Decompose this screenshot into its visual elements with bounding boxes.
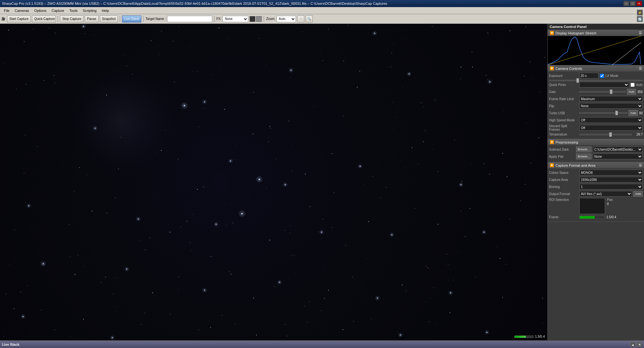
high-speed-select[interactable]: Off [579, 117, 643, 123]
frame-label: Frame: [549, 215, 578, 219]
color-swatch-black[interactable] [250, 16, 255, 22]
menu-tools[interactable]: Tools [67, 8, 80, 13]
target-name-input[interactable] [167, 16, 212, 22]
bottom-panel-close-icon[interactable]: ✕ [637, 342, 642, 347]
start-capture-button[interactable]: Start Capture [7, 15, 31, 23]
frame-progress-bar [514, 335, 534, 338]
fx-select[interactable]: None [223, 16, 248, 22]
image-view[interactable]: 1.5/0.4 [0, 24, 547, 340]
maximize-button[interactable]: □ [630, 1, 636, 6]
pause-button[interactable]: Pause [85, 15, 98, 23]
histogram-section: 🔽 Display Histogram Stretch ☰ ⚡ 🔄 [548, 30, 644, 65]
lx-mode-label: LX Mode [605, 74, 618, 78]
stop-capture-button[interactable]: Stop Capture [60, 15, 83, 23]
frame-rate-label: Frame Rate Limit [549, 97, 578, 101]
color-swatch-gray[interactable] [256, 16, 262, 22]
target-name-label: Target Name : [146, 17, 166, 21]
camera-controls-content: Exposure LX Mode Quick Picks Auto Gain [548, 71, 644, 139]
snapshot-button[interactable]: Snapshot [100, 15, 118, 23]
pan-label: Pan. [607, 198, 614, 202]
camera-panel: Camera Control Panel 🔽 Display Histogram… [547, 24, 644, 340]
exposure-slider[interactable] [549, 80, 643, 81]
toolbar-separator-3 [143, 16, 144, 22]
frame-progress-fill [515, 336, 526, 338]
output-format-select[interactable]: AVI files (*.avi) [579, 191, 632, 197]
live-stack-button[interactable]: Live Stack [122, 15, 141, 23]
gain-slider[interactable] [579, 91, 626, 92]
frame-bar [579, 216, 605, 219]
camera-panel-title: Camera Control Panel [550, 25, 587, 29]
main-area: 1.5/0.4 Camera Control Panel 🔽 Display H… [0, 24, 644, 340]
turbo-usb-slider[interactable] [579, 112, 627, 114]
cap-menu-icon[interactable]: ☰ [639, 163, 642, 167]
flip-select[interactable]: None [579, 103, 643, 109]
menu-options[interactable]: Options [32, 8, 49, 13]
cam-ctrl-menu-icon[interactable]: ☰ [639, 66, 642, 71]
close-button[interactable]: ✕ [636, 1, 642, 6]
subtract-dark-browse-button[interactable]: Browse... [576, 146, 592, 152]
lx-mode-checkbox[interactable] [600, 74, 604, 78]
subtract-dark-label: Subtract Dark [549, 148, 575, 151]
menu-file[interactable]: File [1, 8, 12, 13]
exposure-input[interactable] [579, 73, 599, 79]
histogram-content: ⚡ 🔄 [548, 36, 644, 65]
camera-controls-section: 🔽 Camera Controls ☰ Exposure LX Mode Qui… [548, 65, 644, 139]
pan-value: 0 [607, 202, 614, 206]
colour-space-select[interactable]: MONO8 [579, 170, 643, 175]
quick-capture-button[interactable]: Quick Capture [32, 15, 56, 23]
camera-controls-header[interactable]: 🔽 Camera Controls ☰ [548, 65, 644, 71]
preprocessing-title: Preprocessing [555, 140, 642, 144]
temperature-slider[interactable] [579, 134, 632, 135]
frame-counter-text: 1.5/0.4 [535, 335, 545, 338]
bottom-panel-collapse-icon[interactable]: ▲ [630, 342, 636, 347]
binning-select[interactable]: 1 [579, 184, 643, 190]
histogram-menu-icon[interactable]: ☰ [639, 31, 642, 35]
zoom-fit-icon[interactable]: ⊞ [297, 15, 304, 23]
frame-rate-select[interactable]: Maximum [579, 96, 643, 102]
zoom-search-icon[interactable]: 🔍 [306, 15, 313, 23]
turbo-usb-label: Turbo USB [549, 111, 578, 115]
live-stack-header: Live Stack ▲ ✕ [0, 341, 644, 348]
fx-label: FX: [216, 17, 222, 21]
preprocessing-header[interactable]: 🔽 Preprocessing [548, 139, 644, 145]
menu-cameras[interactable]: Cameras [12, 8, 32, 13]
gain-auto-button[interactable]: Auto [627, 89, 636, 95]
apply-flat-label: Apply Flat [549, 155, 575, 158]
capture-format-section: 🔽 Capture Format and Area ☰ Colour Space… [548, 162, 644, 222]
camera-controls-title: Camera Controls [555, 67, 639, 71]
pre-collapse-icon: 🔽 [550, 140, 554, 144]
histogram-canvas [548, 36, 641, 65]
star-field-canvas [0, 24, 547, 340]
capture-format-title: Capture Format and Area [555, 164, 639, 167]
binning-label: Binning [549, 185, 578, 189]
roi-display[interactable] [579, 198, 605, 214]
preprocessing-section: 🔽 Preprocessing Subtract Dark Browse... … [548, 139, 644, 162]
histogram-header[interactable]: 🔽 Display Histogram Stretch ☰ [548, 30, 644, 36]
gain-value: 350 [637, 90, 643, 94]
turbo-auto-button[interactable]: Auto [629, 110, 638, 116]
preprocessing-content: Subtract Dark Browse... C:\Users\DCBarre… [548, 145, 644, 162]
zoom-select[interactable]: Auto [277, 16, 296, 22]
menu-capture[interactable]: Capture [49, 8, 67, 13]
menu-help[interactable]: Help [99, 8, 112, 13]
capture-area-select[interactable]: 1936x1096 [579, 177, 643, 183]
toolbar-separator-5 [264, 16, 264, 22]
temperature-label: Temperature [549, 133, 578, 136]
menu-scripting[interactable]: Scripting [80, 8, 99, 13]
bottom-panel: Live Stack ▲ ✕ Overview Frames Stacked 1… [0, 340, 644, 348]
apply-flat-select[interactable]: None [593, 154, 643, 159]
camera-icon: 🎥 [1, 17, 5, 21]
exposure-label: Exposure [549, 74, 578, 78]
minimize-button[interactable]: ─ [623, 1, 629, 6]
menu-bar: File Cameras Options Capture Tools Scrip… [0, 7, 644, 14]
flip-label: Flip [549, 104, 578, 108]
gain-label: Gain [549, 90, 578, 94]
toolbar-separator-2 [120, 16, 120, 22]
discard-split-select[interactable]: Off [579, 125, 643, 131]
auto-checkbox[interactable] [630, 83, 635, 87]
subtract-dark-select[interactable]: C:\Users\DCBarrett\Deskto... [593, 146, 643, 152]
capture-format-header[interactable]: 🔽 Capture Format and Area ☰ [548, 162, 644, 168]
quick-picks-select[interactable] [579, 82, 629, 88]
output-auto-button[interactable]: Auto [633, 191, 643, 197]
apply-flat-browse-button[interactable]: Browse... [576, 154, 592, 159]
